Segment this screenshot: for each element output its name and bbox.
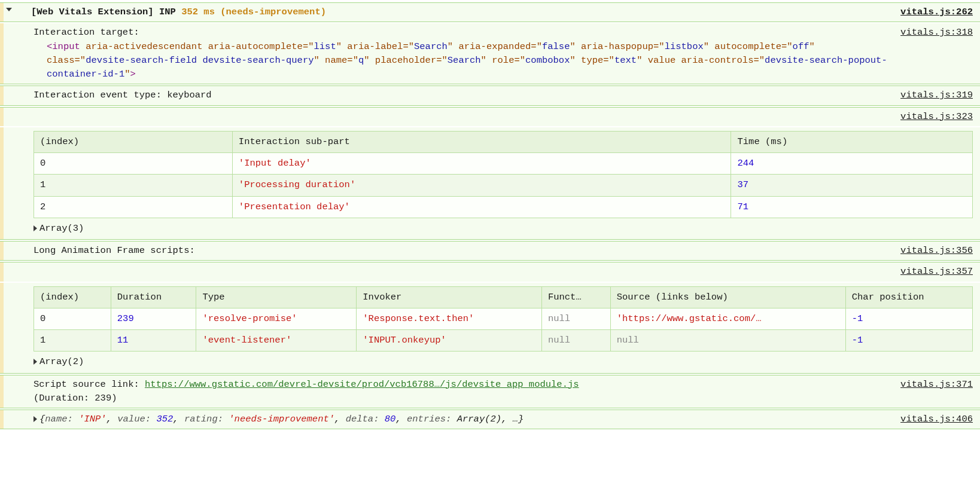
console-table-entry: (index)Interaction sub-partTime (ms)0'In… [0,127,980,239]
chevron-right-icon [34,416,37,422]
console-group-header[interactable]: [Web Vitals Extension] INP 352 ms (needs… [0,3,980,22]
console-entry-content [34,265,891,279]
object-preview[interactable]: {name: 'INP', value: 352, rating: 'needs… [34,414,524,424]
table-row: 111'event-listener''INPUT.onkeyup'nullnu… [34,330,973,352]
console-table: (index)DurationTypeInvokerFunct…Source (… [34,286,973,352]
table-header: Char position [845,286,972,308]
cell-invoker: 'INPUT.onkeyup' [357,330,542,352]
console-table-content: (index)Interaction sub-partTime (ms)0'In… [34,130,973,237]
cell-time: 244 [731,153,973,175]
console-entry-content: Interaction event type: keyboard [34,88,891,102]
script-source-entry: Script source link: https://www.gstatic.… [0,375,980,408]
console-table-source: vitals.js:357 [0,262,980,281]
source-link[interactable]: vitals.js:356 [900,244,973,258]
source-link[interactable]: vitals.js:318 [900,26,973,39]
html-element-log[interactable]: <input aria-activedescendant aria-autoco… [34,40,891,82]
table-header: (index) [34,286,111,308]
log-text: Long Animation Frame scripts: [34,245,195,256]
cell-index: 0 [34,308,111,329]
log-text: Interaction event type: keyboard [34,90,212,100]
cell-duration: 239 [111,308,196,329]
table-row: 1'Processing duration'37 [34,175,973,196]
console-table-source: vitals.js:323 [0,108,980,126]
extension-prefix: [Web Vitals Extension] [31,7,159,17]
console-entry-content: Interaction target:<input aria-activedes… [34,26,891,81]
console-entry-content: Long Animation Frame scripts: [34,244,891,258]
cell-invoker: 'Response.text.then' [357,308,542,329]
console-entry-content [34,110,891,124]
script-source-url[interactable]: https://www.gstatic.com/devrel-devsite/p… [145,379,579,390]
cell-type: 'resolve-promise' [196,308,357,329]
cell-type: 'event-listener' [196,330,357,352]
group-title: [Web Vitals Extension] INP 352 ms (needs… [31,5,891,19]
source-link[interactable]: vitals.js:262 [900,5,973,19]
metric-value: 352 ms (needs-improvement) [181,7,326,17]
console-entry: Long Animation Frame scripts:vitals.js:3… [0,242,980,260]
table-row: 2'Presentation delay'71 [34,196,973,218]
table-header: Interaction sub-part [232,131,731,152]
cell-index: 1 [34,175,233,196]
cell-source: null [610,330,845,352]
array-summary[interactable]: Array(3) [34,218,973,237]
console-table-content: (index)DurationTypeInvokerFunct…Source (… [34,285,973,371]
console-entry-content: {name: 'INP', value: 352, rating: 'needs… [34,412,891,426]
cell-time: 37 [731,175,973,196]
source-link[interactable]: vitals.js:406 [900,412,973,426]
console-table-entry: (index)DurationTypeInvokerFunct…Source (… [0,283,980,373]
cell-part: 'Input delay' [232,153,731,175]
cell-duration: 11 [111,330,196,352]
table-header: Funct… [541,286,610,308]
table-header: Invoker [357,286,542,308]
source-link[interactable]: vitals.js:319 [900,88,973,102]
chevron-right-icon [34,359,37,365]
table-header: Type [196,286,357,308]
cell-function: null [541,330,610,352]
cell-part: 'Presentation delay' [232,196,731,218]
table-row: 0239'resolve-promise''Response.text.then… [34,308,973,329]
cell-time: 71 [731,196,973,218]
chevron-right-icon [34,225,37,231]
cell-index: 2 [34,196,233,218]
table-row: 0'Input delay'244 [34,153,973,175]
log-label: Interaction target: [34,27,139,38]
array-summary[interactable]: Array(2) [34,352,973,370]
source-link[interactable]: vitals.js:357 [900,265,973,279]
console-entry: Interaction event type: keyboardvitals.j… [0,86,980,105]
cell-function: null [541,308,610,329]
cell-charpos: -1 [845,308,972,329]
cell-charpos: -1 [845,330,972,352]
table-header: Source (links below) [610,286,845,308]
table-header: Time (ms) [731,131,973,152]
table-header: (index) [34,131,233,152]
metric-name: INP [159,7,181,17]
interaction-target-entry: Interaction target:<input aria-activedes… [0,23,980,84]
cell-index: 0 [34,153,233,175]
cell-source: 'https://www.gstatic.com/… [610,308,845,329]
source-link[interactable]: vitals.js:371 [900,378,973,392]
table-header: Duration [111,286,196,308]
script-source-label: Script source link: [34,379,145,390]
object-entry: {name: 'INP', value: 352, rating: 'needs… [0,410,980,429]
cell-part: 'Processing duration' [232,175,731,196]
console-entry-content: Script source link: https://www.gstatic.… [34,378,891,406]
source-link[interactable]: vitals.js:323 [900,110,973,124]
console-table: (index)Interaction sub-partTime (ms)0'In… [34,131,973,218]
script-duration: (Duration: 239) [34,393,117,404]
disclosure-down-icon [7,5,31,13]
cell-index: 1 [34,330,111,352]
